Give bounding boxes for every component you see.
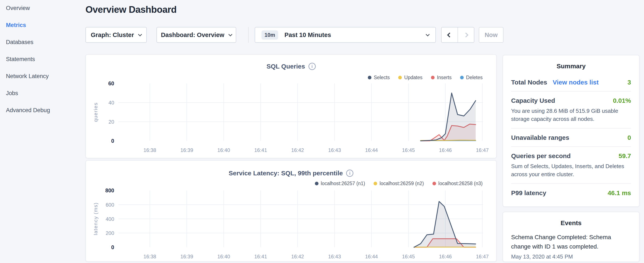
controls-divider [248, 27, 248, 43]
chevron-down-icon [228, 32, 232, 36]
x-tick-label: 16:42 [291, 254, 304, 259]
y-tick-label: 400 [106, 216, 114, 222]
summary-row-value: 0 [628, 134, 631, 141]
summary-row-description: Sum of Selects, Updates, Inserts, and De… [511, 162, 631, 178]
summary-panel: Summary Total Nodes View nodes list 3 Ca… [502, 55, 640, 207]
x-tick-label: 16:41 [254, 147, 267, 153]
summary-row-capacity-used: Capacity Used 0.01% You are using 28.6 M… [511, 92, 631, 128]
x-tick-label: 16:39 [180, 147, 193, 153]
x-tick-label: 16:46 [439, 147, 452, 153]
x-tick-label: 16:47 [476, 147, 488, 153]
chevron-down-icon [138, 32, 142, 36]
sidebar-item-databases[interactable]: Databases [6, 39, 50, 46]
summary-heading: Summary [511, 63, 631, 70]
time-step-button-group [441, 27, 474, 43]
y-tick-label: 200 [106, 230, 114, 236]
x-tick-label: 16:41 [254, 254, 267, 259]
x-tick-label: 16:44 [365, 254, 378, 259]
dashboard-selector-label: Dashboard: Overview [161, 32, 224, 39]
time-range-dropdown[interactable]: 10m Past 10 Minutes [255, 27, 436, 43]
sidebar-item-metrics[interactable]: Metrics [6, 22, 50, 29]
y-tick-label: 800 [105, 187, 114, 193]
chevron-down-icon [426, 32, 430, 36]
chart-plot: 16:3816:3916:4016:4116:4216:4316:4416:45… [86, 55, 496, 158]
summary-row-value: 0.01% [613, 97, 631, 104]
sidebar-item-jobs[interactable]: Jobs [6, 90, 50, 97]
summary-row-label: Unavailable ranges [511, 134, 569, 141]
summary-row-label: Queries per second [511, 152, 571, 160]
y-tick-label: 20 [108, 119, 114, 125]
y-tick-label: 40 [108, 100, 114, 106]
now-button[interactable]: Now [479, 27, 504, 43]
summary-row-value: 3 [628, 79, 631, 86]
time-range-label: Past 10 Minutes [284, 32, 331, 39]
sidebar-item-network-latency[interactable]: Network Latency [6, 73, 50, 80]
x-tick-label: 16:46 [439, 254, 452, 259]
view-nodes-list-link[interactable]: View nodes list [552, 79, 598, 86]
x-tick-label: 16:44 [365, 147, 378, 153]
next-range-button[interactable] [458, 28, 474, 42]
x-tick-label: 16:38 [144, 147, 156, 153]
summary-row-p99-latency: P99 latency 46.1 ms [511, 184, 631, 202]
summary-row-unavailable-ranges: Unavailable ranges 0 [511, 129, 631, 146]
events-heading: Events [511, 219, 631, 227]
chevron-right-icon [463, 32, 468, 38]
chevron-left-icon [447, 32, 452, 38]
sidebar-item-advanced-debug[interactable]: Advanced Debug [6, 107, 50, 114]
sidebar-nav: Overview Metrics Databases Statements Ne… [6, 5, 50, 124]
x-tick-label: 16:39 [180, 254, 193, 259]
x-tick-label: 16:42 [291, 147, 304, 153]
sidebar-item-overview[interactable]: Overview [6, 5, 50, 12]
x-tick-label: 16:40 [217, 254, 230, 259]
y-tick-label: 600 [106, 202, 114, 208]
summary-row-value: 59.7 [619, 152, 631, 160]
x-tick-label: 16:43 [328, 147, 341, 153]
summary-row-label: Capacity Used [511, 97, 555, 104]
dashboard-selector-dropdown[interactable]: Dashboard: Overview [156, 27, 236, 43]
time-range-badge: 10m [262, 31, 278, 40]
summary-row-label: P99 latency [511, 189, 546, 197]
x-tick-label: 16:43 [328, 254, 341, 259]
sidebar-item-statements[interactable]: Statements [6, 56, 50, 63]
graph-selector-label: Graph: Cluster [91, 32, 134, 39]
x-tick-label: 16:40 [217, 147, 230, 153]
summary-row-value: 46.1 ms [608, 189, 631, 197]
summary-row-description: You are using 28.6 MiB of 515.9 GiB usab… [511, 107, 631, 123]
event-timestamp: May 13, 2020 at 4:45 PM [511, 253, 631, 260]
previous-range-button[interactable] [442, 28, 458, 42]
x-tick-label: 16:45 [402, 147, 415, 153]
y-tick-label: 0 [111, 244, 114, 250]
chart-plot: 16:3816:3916:4016:4116:4216:4316:4416:45… [86, 161, 496, 261]
x-tick-label: 16:38 [144, 254, 156, 259]
sql-queries-chart-card: SQL Queries i SelectsUpdatesInsertsDelet… [86, 54, 497, 158]
event-message[interactable]: Schema Change Completed: Schema change w… [511, 232, 624, 251]
graph-selector-dropdown[interactable]: Graph: Cluster [86, 27, 147, 43]
y-tick-label: 60 [108, 80, 114, 86]
x-tick-label: 16:45 [402, 254, 415, 259]
page-title: Overview Dashboard [86, 4, 177, 15]
summary-row-queries-per-second: Queries per second 59.7 Sum of Selects, … [511, 147, 631, 183]
x-tick-label: 16:47 [476, 254, 488, 259]
summary-row-total-nodes: Total Nodes View nodes list 3 [511, 73, 631, 91]
summary-row-label: Total Nodes [511, 79, 547, 86]
y-tick-label: 0 [111, 138, 114, 144]
events-panel: Events Schema Change Completed: Schema c… [502, 212, 640, 262]
service-latency-chart-card: Service Latency: SQL, 99th percentile i … [86, 160, 497, 262]
